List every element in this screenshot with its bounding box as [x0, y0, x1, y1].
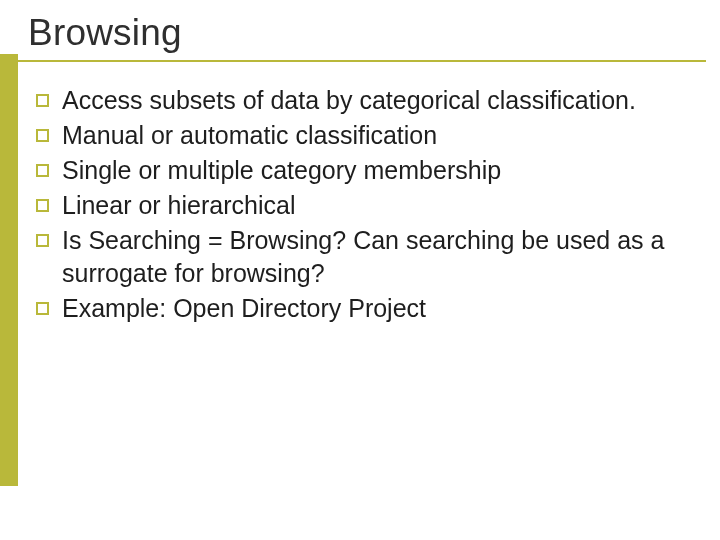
square-bullet-icon — [36, 199, 49, 212]
bullet-text: Manual or automatic classification — [62, 119, 437, 152]
bullet-text: Linear or hierarchical — [62, 189, 295, 222]
title-underline — [18, 60, 706, 62]
bullet-text: Single or multiple category membership — [62, 154, 501, 187]
square-bullet-icon — [36, 94, 49, 107]
square-bullet-icon — [36, 302, 49, 315]
slide-title: Browsing — [28, 12, 182, 54]
accent-sidebar — [0, 54, 18, 486]
list-item: Manual or automatic classification — [36, 119, 696, 152]
list-item: Single or multiple category membership — [36, 154, 696, 187]
bullet-text: Example: Open Directory Project — [62, 292, 426, 325]
list-item: Example: Open Directory Project — [36, 292, 696, 325]
list-item: Access subsets of data by categorical cl… — [36, 84, 696, 117]
list-item: Is Searching = Browsing? Can searching b… — [36, 224, 696, 290]
bullet-text: Access subsets of data by categorical cl… — [62, 84, 636, 117]
bullet-list: Access subsets of data by categorical cl… — [36, 84, 696, 327]
square-bullet-icon — [36, 129, 49, 142]
square-bullet-icon — [36, 164, 49, 177]
square-bullet-icon — [36, 234, 49, 247]
bullet-text: Is Searching = Browsing? Can searching b… — [62, 224, 696, 290]
list-item: Linear or hierarchical — [36, 189, 696, 222]
